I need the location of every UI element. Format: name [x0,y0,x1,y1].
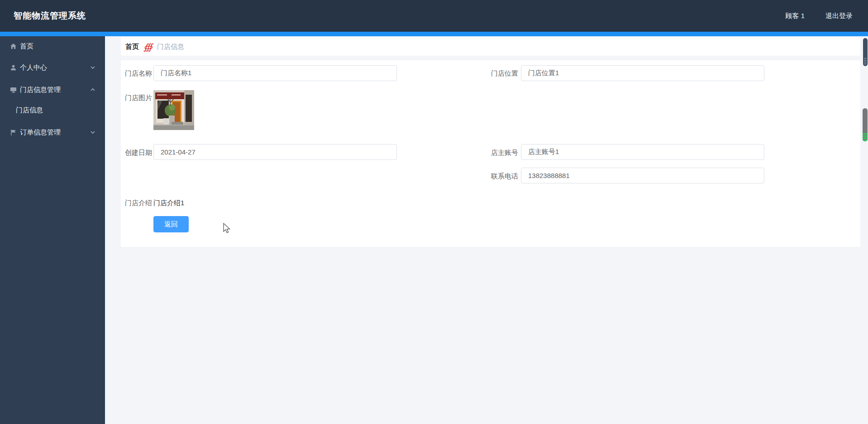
flag-icon [10,129,17,136]
store-name-label: 门店名称 [125,69,152,78]
mouse-cursor [223,223,231,236]
home-icon [10,43,17,50]
sidebar-item-label: 个人中心 [20,63,47,72]
user-icon [10,64,17,71]
scrollbar-thumb-top[interactable] [863,38,868,66]
owner-account-label: 店主账号 [491,149,518,157]
current-user-link[interactable]: 顾客 1 [785,12,805,20]
back-button[interactable]: 返回 [153,216,189,232]
sidebar-item-label: 门店信息管理 [20,86,61,94]
top-bar: 智能物流管理系统 顾客 1 退出登录 [0,0,868,32]
sidebar-item-label: 首页 [20,42,33,51]
store-location-input[interactable] [521,65,764,81]
storefront-photo[interactable] [153,90,194,130]
accent-strip [0,32,868,36]
store-intro-value: 门店介绍1 [153,199,184,207]
store-location-label: 门店位置 [491,69,518,78]
sidebar-item-home[interactable]: 首页 [0,36,105,56]
chevron-up-icon [90,87,96,93]
store-intro-label: 门店介绍 [125,199,152,207]
sidebar-item-order-management[interactable]: 订单信息管理 [0,122,105,142]
breadcrumb: 首页 ∰ 门店信息 [125,38,184,56]
scrollbar-thumb-lower[interactable] [863,108,868,141]
breadcrumb-home-link[interactable]: 首页 [125,43,139,51]
sidebar-subitem-label: 门店信息 [16,106,43,115]
contact-phone-label: 联系电话 [491,172,518,181]
logout-link[interactable]: 退出登录 [825,12,853,20]
app-title: 智能物流管理系统 [14,0,86,32]
contact-phone-input[interactable] [521,168,764,183]
store-name-input[interactable] [153,65,397,81]
sidebar-item-label: 订单信息管理 [20,128,61,137]
create-date-input[interactable] [153,144,397,160]
store-image-label: 门店图片 [125,94,152,102]
sidebar-item-profile[interactable]: 个人中心 [0,58,105,77]
breadcrumb-card: 首页 ∰ 门店信息 [121,38,860,56]
store-detail-form: 门店名称 门店位置 门店图片 [121,60,860,247]
sidebar-item-store-management[interactable]: 门店信息管理 [0,80,105,100]
owner-account-input[interactable] [521,144,764,160]
breadcrumb-separator-icon: ∰ [143,43,153,51]
app-window: 智能物流管理系统 顾客 1 退出登录 首页 个人中心 [0,0,868,424]
monitor-icon [10,87,17,93]
create-date-label: 创建日期 [125,149,152,157]
chevron-down-icon [90,129,96,135]
chevron-down-icon [90,64,96,71]
sidebar: 首页 个人中心 门店信息管理 门店信息 [0,36,105,424]
breadcrumb-current: 门店信息 [157,43,184,51]
top-bar-right: 顾客 1 退出登录 [785,0,853,32]
sidebar-item-store-info[interactable]: 门店信息 [0,100,105,120]
